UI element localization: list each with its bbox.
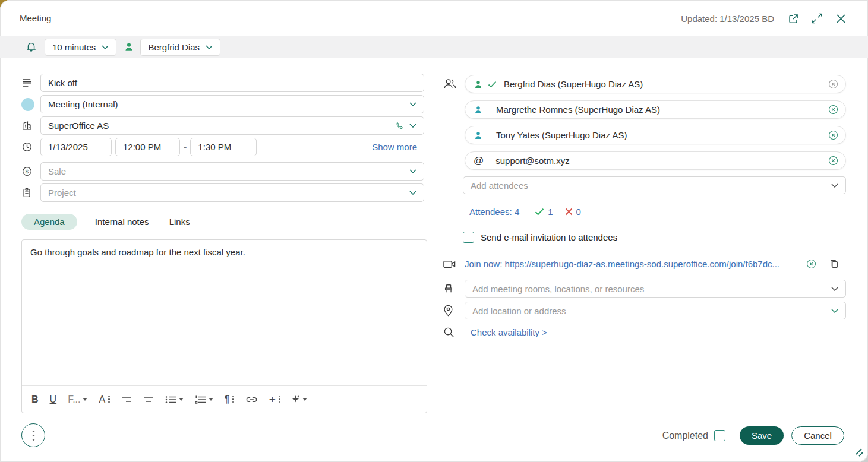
caret-down-icon bbox=[179, 398, 184, 401]
text-style-button[interactable]: A bbox=[99, 394, 109, 405]
resize-handle[interactable] bbox=[850, 444, 864, 457]
remove-attendee-icon[interactable] bbox=[828, 105, 838, 115]
remove-attendee-icon[interactable] bbox=[828, 79, 838, 89]
company-building-icon bbox=[21, 120, 40, 131]
sale-row: $ Sale bbox=[21, 162, 424, 181]
location-input[interactable]: Add location or address bbox=[465, 302, 846, 319]
font-select-button[interactable]: F... bbox=[68, 394, 87, 405]
chevron-down-icon bbox=[409, 191, 416, 195]
underline-button[interactable]: U bbox=[50, 394, 57, 405]
clock-icon bbox=[21, 141, 40, 153]
completed-checkbox[interactable] bbox=[714, 430, 725, 441]
attendee-pill: Margrethe Romnes (SuperHugo Diaz AS) bbox=[465, 100, 846, 119]
project-placeholder: Project bbox=[48, 188, 409, 198]
open-in-new-window-icon[interactable] bbox=[787, 12, 799, 24]
remove-link-icon[interactable] bbox=[806, 259, 816, 269]
reminder-select[interactable]: 10 minutes bbox=[45, 39, 116, 56]
completed-label: Completed bbox=[662, 431, 708, 441]
insert-button[interactable]: + bbox=[269, 393, 280, 406]
agenda-editor[interactable]: Go through goals and roadmap for the nex… bbox=[21, 239, 427, 413]
kebab-dots-icon bbox=[32, 430, 35, 441]
type-select[interactable]: Meeting (Internal) bbox=[40, 95, 424, 113]
add-attendees-input[interactable]: Add attendees bbox=[463, 176, 846, 194]
indent-button[interactable] bbox=[143, 396, 154, 403]
copy-link-icon[interactable] bbox=[829, 259, 839, 269]
availability-row: Check availability > bbox=[443, 327, 547, 338]
tab-agenda[interactable]: Agenda bbox=[21, 214, 77, 230]
owner-select[interactable]: Bergfrid Dias bbox=[140, 39, 220, 56]
time-separator: - bbox=[184, 142, 187, 153]
owner-value: Bergfrid Dias bbox=[148, 42, 200, 52]
company-value: SuperOffice AS bbox=[48, 121, 395, 131]
end-time-value: 1:30 PM bbox=[198, 142, 231, 152]
declined-cross-icon bbox=[565, 208, 573, 216]
footer-actions: Completed Save Cancel bbox=[662, 426, 844, 445]
bell-icon bbox=[25, 40, 37, 53]
check-availability-link[interactable]: Check availability > bbox=[471, 327, 547, 337]
close-icon[interactable] bbox=[835, 12, 847, 24]
chevron-down-icon bbox=[831, 287, 838, 291]
person-icon bbox=[474, 80, 483, 89]
attendees-count-link[interactable]: Attendees: 4 bbox=[469, 207, 519, 217]
datetime-row: 1/13/2025 12:00 PM - 1:30 PM Show more bbox=[21, 138, 424, 156]
phone-icon[interactable] bbox=[395, 121, 404, 130]
join-now-link[interactable]: Join now: https://superhugo-diaz-as.meet… bbox=[465, 259, 779, 269]
save-button[interactable]: Save bbox=[740, 426, 784, 445]
meeting-dialog: Meeting Updated: 1/13/2025 BD bbox=[0, 0, 868, 462]
company-row: SuperOffice AS bbox=[21, 116, 424, 135]
show-more-link[interactable]: Show more bbox=[372, 142, 417, 152]
more-dots-icon bbox=[279, 396, 280, 403]
at-icon: @ bbox=[474, 155, 484, 167]
bullet-list-button[interactable] bbox=[165, 395, 184, 404]
date-input[interactable]: 1/13/2025 bbox=[40, 138, 112, 156]
caret-down-icon bbox=[209, 398, 213, 401]
start-time-input[interactable]: 12:00 PM bbox=[115, 138, 180, 156]
add-attendees-placeholder: Add attendees bbox=[471, 181, 831, 191]
tab-links[interactable]: Links bbox=[167, 214, 192, 230]
paragraph-button[interactable]: ¶ bbox=[225, 394, 234, 405]
project-clipboard-icon bbox=[21, 187, 40, 198]
tab-internal-notes[interactable]: Internal notes bbox=[93, 214, 151, 230]
more-options-button[interactable] bbox=[21, 423, 45, 447]
start-time-value: 12:00 PM bbox=[123, 142, 161, 152]
chevron-down-icon bbox=[409, 102, 416, 106]
agenda-text[interactable]: Go through goals and roadmap for the nex… bbox=[22, 240, 427, 264]
remove-attendee-icon[interactable] bbox=[828, 156, 838, 166]
project-select[interactable]: Project bbox=[40, 183, 424, 202]
numbered-list-button[interactable] bbox=[195, 395, 213, 404]
sale-select[interactable]: Sale bbox=[40, 162, 424, 181]
link-button[interactable] bbox=[245, 396, 258, 403]
end-time-input[interactable]: 1:30 PM bbox=[190, 138, 257, 156]
more-dots-icon bbox=[232, 396, 234, 403]
location-placeholder: Add location or address bbox=[472, 306, 831, 316]
cancel-button[interactable]: Cancel bbox=[791, 426, 844, 445]
send-invitation-checkbox[interactable] bbox=[463, 232, 474, 243]
ai-sparkle-button[interactable] bbox=[291, 395, 307, 404]
video-camera-icon bbox=[443, 260, 465, 268]
title-row: Kick off bbox=[21, 74, 424, 92]
meeting-rooms-input[interactable]: Add meeting rooms, locations, or resourc… bbox=[465, 280, 846, 298]
invite-row: Send e-mail invitation to attendees bbox=[463, 232, 617, 243]
chevron-down-icon bbox=[409, 169, 416, 173]
text-lines-icon bbox=[21, 77, 40, 88]
reminder-bar: 10 minutes Bergfrid Dias bbox=[0, 36, 868, 58]
attendees-people-icon bbox=[443, 78, 457, 90]
company-input[interactable]: SuperOffice AS bbox=[40, 116, 424, 135]
attendee-name: Tony Yates (SuperHugo Diaz AS) bbox=[496, 130, 627, 140]
meeting-rooms-row: Add meeting rooms, locations, or resourc… bbox=[443, 280, 846, 298]
sale-placeholder: Sale bbox=[48, 166, 409, 176]
title-input[interactable]: Kick off bbox=[40, 74, 424, 92]
chevron-down-icon bbox=[102, 45, 109, 49]
maximize-icon[interactable] bbox=[811, 12, 823, 24]
project-row: Project bbox=[21, 183, 424, 202]
add-attendees-row: Add attendees bbox=[463, 176, 846, 194]
remove-attendee-icon[interactable] bbox=[828, 130, 838, 140]
attendee-email: support@sotm.xyz bbox=[495, 156, 569, 166]
outdent-button[interactable] bbox=[121, 396, 132, 403]
attendee-pill: Tony Yates (SuperHugo Diaz AS) bbox=[465, 126, 846, 144]
svg-text:$: $ bbox=[26, 168, 29, 175]
accepted-check-icon bbox=[535, 208, 544, 216]
notes-tabs: Agenda Internal notes Links bbox=[21, 214, 192, 230]
bold-button[interactable]: B bbox=[31, 394, 39, 405]
accepted-count: 1 bbox=[548, 207, 553, 217]
